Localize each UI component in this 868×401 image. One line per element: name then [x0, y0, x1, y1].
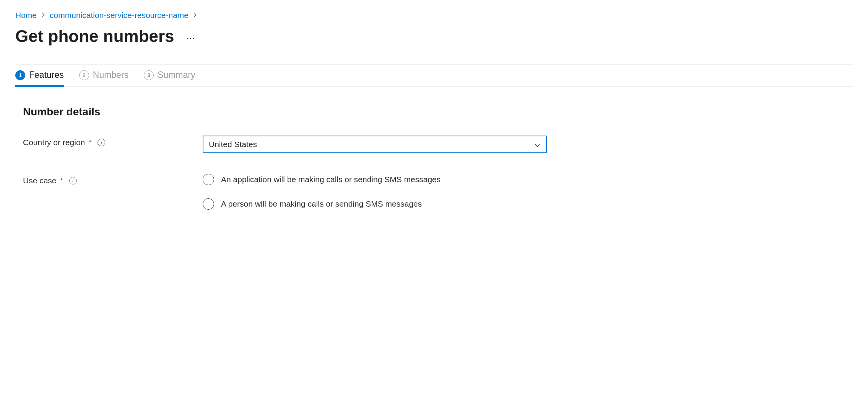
- chevron-right-icon: [41, 11, 45, 19]
- tab-label: Summary: [158, 70, 195, 80]
- radio-icon: [203, 174, 214, 185]
- tab-badge: 3: [144, 70, 154, 80]
- tab-summary[interactable]: 3 Summary: [144, 65, 195, 86]
- chevron-right-icon: [193, 11, 197, 19]
- required-star-icon: *: [89, 139, 91, 147]
- breadcrumb-resource[interactable]: communication-service-resource-name: [50, 11, 189, 20]
- chevron-down-icon: [535, 141, 541, 147]
- radio-group-usecase: An application will be making calls or s…: [203, 174, 547, 210]
- info-icon[interactable]: i: [98, 139, 105, 146]
- country-label: Country or region: [23, 138, 85, 147]
- country-select-value: United States: [209, 140, 257, 149]
- radio-icon: [203, 198, 214, 210]
- tab-numbers[interactable]: 2 Numbers: [79, 65, 128, 86]
- radio-option-person[interactable]: A person will be making calls or sending…: [203, 198, 547, 210]
- country-select[interactable]: United States: [203, 136, 547, 153]
- required-star-icon: *: [60, 177, 63, 185]
- tab-badge: 1: [15, 70, 25, 80]
- radio-label: A person will be making calls or sending…: [221, 199, 422, 209]
- more-actions-button[interactable]: ⋯: [186, 29, 196, 44]
- radio-option-application[interactable]: An application will be making calls or s…: [203, 174, 547, 185]
- info-icon[interactable]: i: [69, 177, 77, 184]
- form-label: Country or region * i: [23, 136, 203, 147]
- section-title: Number details: [23, 106, 845, 118]
- radio-label: An application will be making calls or s…: [221, 175, 441, 184]
- tab-badge: 2: [79, 70, 89, 80]
- form-label: Use case * i: [23, 174, 203, 185]
- form-row-usecase: Use case * i An application will be maki…: [23, 174, 845, 210]
- section-number-details: Number details Country or region * i Uni…: [15, 87, 853, 210]
- tab-label: Numbers: [93, 70, 128, 80]
- page-title: Get phone numbers: [15, 27, 174, 46]
- tabs: 1 Features 2 Numbers 3 Summary: [15, 65, 853, 87]
- title-row: Get phone numbers ⋯: [15, 27, 853, 46]
- breadcrumb: Home communication-service-resource-name: [15, 11, 853, 20]
- breadcrumb-home[interactable]: Home: [15, 11, 37, 20]
- tab-label: Features: [29, 70, 64, 80]
- form-row-country: Country or region * i United States: [23, 136, 845, 153]
- usecase-label: Use case: [23, 176, 57, 185]
- tab-features[interactable]: 1 Features: [15, 65, 64, 86]
